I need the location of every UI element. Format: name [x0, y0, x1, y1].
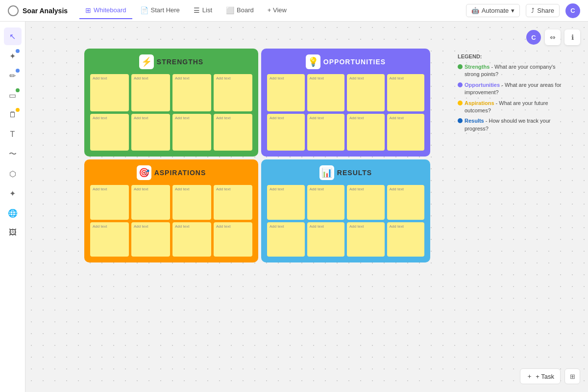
sticky-note[interactable]: Add text: [131, 74, 170, 111]
aspirations-icon: 🎯: [137, 165, 151, 180]
avatar[interactable]: C: [565, 3, 580, 18]
sticky-note[interactable]: Add text: [347, 74, 385, 111]
sticky-note[interactable]: Add text: [387, 185, 425, 220]
legend-item-results: Results - How should we track your progr…: [458, 117, 571, 132]
sticky-note[interactable]: Add text: [347, 114, 385, 151]
sticky-note[interactable]: Add text: [172, 185, 211, 220]
results-icon: 📊: [319, 165, 334, 180]
top-nav: Soar Analysis ⊞ Whiteboard 📄 Start Here …: [0, 0, 588, 22]
opportunities-legend-dot: [458, 82, 463, 87]
share-button[interactable]: ⤴ Share: [526, 4, 560, 17]
logo-icon: [8, 5, 19, 16]
results-header: 📊 RESULTS: [267, 165, 424, 180]
tab-whiteboard[interactable]: ⊞ Whiteboard: [79, 2, 132, 19]
tab-board-label: Board: [237, 6, 254, 14]
plus-icon: ＋: [526, 372, 533, 381]
image-icon: 🖼: [9, 228, 17, 237]
sticky-note[interactable]: Add text: [90, 74, 129, 111]
legend-title: LEGEND:: [458, 53, 571, 59]
legend-item-aspirations: Aspirations - What are your future outco…: [458, 100, 571, 115]
sticky-note[interactable]: Add text: [131, 114, 170, 151]
quadrant-results: 📊 RESULTS Add text Add text Add text Add…: [261, 159, 430, 262]
sticky-note[interactable]: Add text: [387, 74, 425, 111]
sticky-note[interactable]: Add text: [172, 74, 211, 111]
sticky-note[interactable]: Add text: [387, 222, 425, 257]
sticky-note[interactable]: Add text: [214, 114, 252, 151]
quadrant-opportunities: 💡 OPPORTUNITIES Add text Add text Add te…: [261, 49, 430, 157]
info-icon: ℹ: [571, 33, 574, 41]
tool-globe[interactable]: 🌐: [4, 204, 22, 222]
aspirations-header: 🎯 ASPIRATIONS: [90, 165, 252, 180]
sticky-note[interactable]: Add text: [267, 222, 305, 257]
magic-dot: [16, 49, 20, 53]
sticky-note[interactable]: Add text: [267, 74, 305, 111]
sticky-note[interactable]: Add text: [307, 222, 345, 257]
tool-star[interactable]: ✦: [4, 184, 22, 202]
canvas-avatar[interactable]: C: [526, 30, 541, 45]
sticky-note[interactable]: Add text: [90, 185, 129, 220]
tab-add-view[interactable]: + View: [262, 2, 293, 19]
sticky-note[interactable]: Add text: [90, 222, 129, 257]
grid-icon: ⊞: [570, 373, 575, 380]
sticky-note[interactable]: Add text: [267, 185, 305, 220]
sticky-note[interactable]: Add text: [131, 185, 170, 220]
info-button[interactable]: ℹ: [564, 29, 580, 45]
sticky-note[interactable]: Add text: [307, 185, 345, 220]
grid-view-button[interactable]: ⊞: [564, 368, 580, 384]
shape-dot: [16, 88, 20, 92]
legend-item-opportunities: Opportunities - What are your areas for …: [458, 81, 571, 97]
tool-note[interactable]: 🗒: [4, 106, 22, 124]
task-button[interactable]: ＋ + Task: [520, 368, 561, 384]
start-here-icon: 📄: [140, 6, 148, 14]
tool-select[interactable]: ↖: [4, 27, 22, 45]
opportunities-grid: Add text Add text Add text Add text Add …: [267, 74, 424, 151]
sticky-note[interactable]: Add text: [172, 222, 211, 257]
sticky-note[interactable]: Add text: [267, 114, 305, 151]
board-icon: ⬜: [226, 6, 234, 14]
sticky-note[interactable]: Add text: [387, 114, 425, 151]
automate-button[interactable]: 🤖 Automate ▾: [466, 4, 520, 17]
pen-dot: [16, 69, 20, 73]
sticky-note[interactable]: Add text: [307, 114, 345, 151]
star-icon: ✦: [9, 189, 16, 198]
opportunities-icon: 💡: [306, 54, 320, 69]
tool-magic[interactable]: ✦: [4, 47, 22, 65]
canvas-area[interactable]: C ⇔ ℹ ⚡ STRENGTHS Add text Add text Add …: [25, 22, 588, 392]
sticky-note[interactable]: Add text: [347, 185, 385, 220]
tool-text[interactable]: T: [4, 126, 22, 143]
tab-start-here-label: Start Here: [151, 6, 180, 14]
sticky-note[interactable]: Add text: [307, 74, 345, 111]
tool-image[interactable]: 🖼: [4, 224, 22, 241]
tool-network[interactable]: ⬡: [4, 165, 22, 183]
magic-icon: ✦: [9, 52, 16, 61]
sticky-note[interactable]: Add text: [214, 185, 252, 220]
legend-box: LEGEND: Strengths - What are your compan…: [451, 49, 578, 140]
tab-list[interactable]: ☰ List: [188, 2, 218, 19]
tab-start-here[interactable]: 📄 Start Here: [134, 2, 186, 19]
tool-shape[interactable]: ▭: [4, 86, 22, 104]
sticky-note[interactable]: Add text: [172, 114, 211, 151]
sticky-note[interactable]: Add text: [131, 222, 170, 257]
tool-draw[interactable]: 〜: [4, 145, 22, 163]
sticky-note[interactable]: Add text: [347, 222, 385, 257]
share-icon: ⤴: [531, 7, 535, 14]
nav-tabs: ⊞ Whiteboard 📄 Start Here ☰ List ⬜ Board…: [79, 2, 466, 19]
sticky-note[interactable]: Add text: [214, 74, 252, 111]
bottom-right-toolbar: ＋ + Task ⊞: [520, 368, 580, 384]
sticky-note[interactable]: Add text: [214, 222, 252, 257]
strengths-legend-dot: [458, 64, 463, 69]
sticky-note[interactable]: Add text: [90, 114, 129, 151]
tab-board[interactable]: ⬜ Board: [220, 2, 260, 19]
draw-icon: 〜: [9, 149, 17, 159]
fit-screen-button[interactable]: ⇔: [545, 29, 561, 45]
opportunities-header: 💡 OPPORTUNITIES: [267, 54, 424, 69]
select-icon: ↖: [9, 32, 16, 41]
tool-pen[interactable]: ✏: [4, 67, 22, 84]
list-icon: ☰: [194, 6, 200, 14]
strengths-header: ⚡ STRENGTHS: [90, 54, 252, 69]
pen-icon: ✏: [9, 71, 16, 80]
chevron-down-icon: ▾: [511, 7, 514, 14]
strengths-grid: Add text Add text Add text Add text Add …: [90, 74, 252, 151]
app-logo: Soar Analysis: [8, 5, 68, 16]
strengths-icon: ⚡: [139, 54, 154, 69]
